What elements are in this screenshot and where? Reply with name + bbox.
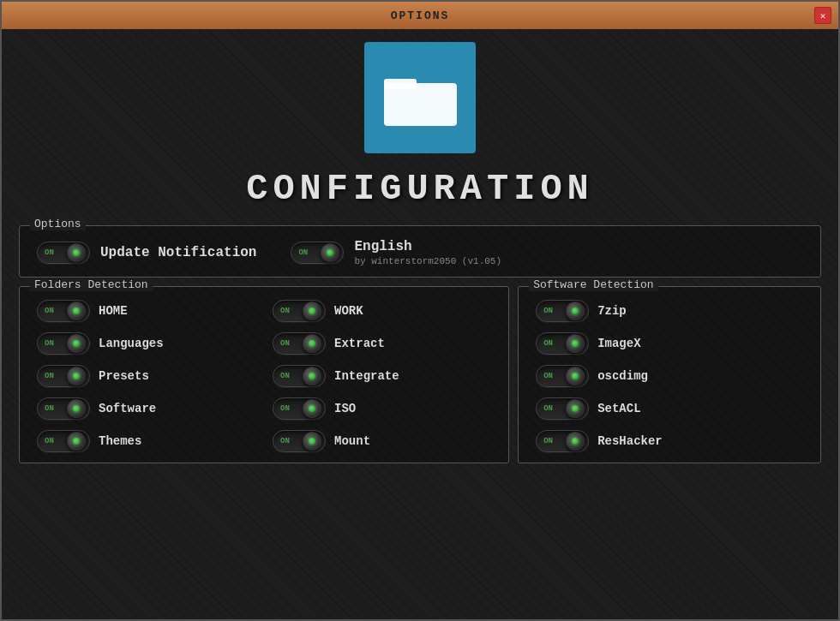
integrate-toggle[interactable]: ON — [273, 365, 326, 387]
mount-toggle[interactable]: ON — [273, 430, 326, 452]
language-toggle[interactable]: ON — [291, 242, 344, 264]
software-label: Software — [99, 402, 156, 415]
folders-grid: ON HOME ON WORK — [37, 300, 491, 452]
language-right: English by winterstorm2050 (v1.05) — [354, 239, 501, 266]
iso-label: ISO — [334, 402, 356, 415]
list-item: ON oscdimg — [536, 365, 803, 387]
main-window: OPTIONS ✕ CONFIGURATION Options ON — [0, 0, 840, 621]
language-label: English — [354, 239, 411, 254]
extract-toggle[interactable]: ON — [273, 332, 326, 355]
home-label: HOME — [99, 304, 128, 318]
toggle-on-label: ON — [45, 248, 54, 257]
list-item: ON ResHacker — [536, 430, 803, 452]
folders-section-label: Folders Detection — [30, 278, 153, 291]
presets-toggle[interactable]: ON — [37, 365, 90, 387]
list-item: ON ImageX — [536, 332, 803, 355]
list-item: ON HOME — [37, 300, 255, 322]
version-text: by winterstorm2050 (v1.05) — [354, 256, 501, 266]
options-section-label: Options — [30, 218, 86, 230]
mount-label: Mount — [334, 434, 370, 448]
integrate-label: Integrate — [334, 369, 399, 383]
software-toggle[interactable]: ON — [37, 397, 90, 420]
title-bar: OPTIONS ✕ — [2, 2, 838, 29]
setacl-toggle[interactable]: ON — [536, 397, 589, 420]
close-button[interactable]: ✕ — [814, 7, 831, 24]
imagex-label: ImageX — [597, 337, 640, 350]
list-item: ON Integrate — [273, 365, 491, 387]
oscdimg-toggle[interactable]: ON — [536, 365, 589, 387]
reshacker-toggle[interactable]: ON — [536, 430, 589, 452]
languages-label: Languages — [99, 337, 164, 350]
7zip-toggle[interactable]: ON — [536, 300, 589, 322]
reshacker-label: ResHacker — [597, 434, 663, 448]
list-item: ON Presets — [37, 365, 255, 387]
oscdimg-label: oscdimg — [597, 369, 648, 383]
work-label: WORK — [334, 304, 363, 318]
folder-icon — [384, 70, 457, 126]
toggle-on-label-2: ON — [298, 248, 308, 257]
themes-toggle[interactable]: ON — [37, 430, 90, 452]
list-item: ON Mount — [273, 430, 491, 452]
home-toggle[interactable]: ON — [37, 300, 90, 322]
7zip-label: 7zip — [597, 304, 627, 318]
list-item: ON WORK — [273, 300, 491, 322]
extract-label: Extract — [334, 337, 385, 350]
themes-label: Themes — [99, 434, 141, 448]
main-content: CONFIGURATION Options ON Update Notifica… — [2, 29, 838, 619]
update-notification-item: ON Update Notification — [37, 242, 256, 264]
list-item: ON SetACL — [536, 397, 803, 420]
toggle-knob — [67, 243, 86, 262]
config-title: CONFIGURATION — [246, 169, 594, 210]
software-section-label: Software Detection — [529, 278, 657, 291]
svg-rect-0 — [384, 83, 457, 126]
software-section: Software Detection ON 7zip ON — [518, 286, 821, 463]
bottom-sections: Folders Detection ON HOME ON — [19, 286, 821, 463]
options-section: Options ON Update Notification ON — [19, 225, 821, 278]
update-notification-toggle[interactable]: ON — [37, 242, 90, 264]
languages-toggle[interactable]: ON — [37, 332, 90, 355]
language-item: ON English by winterstorm2050 (v1.05) — [291, 239, 501, 266]
toggle-knob-2 — [321, 243, 339, 262]
iso-toggle[interactable]: ON — [273, 397, 326, 420]
sections-container: Options ON Update Notification ON — [19, 225, 821, 463]
folder-icon-container — [364, 42, 476, 153]
list-item: ON Languages — [37, 332, 255, 355]
software-grid: ON 7zip ON ImageX — [536, 300, 803, 452]
work-toggle[interactable]: ON — [273, 300, 326, 322]
list-item: ON Software — [37, 397, 255, 420]
options-row: ON Update Notification ON English — [37, 239, 803, 266]
list-item: ON Themes — [37, 430, 255, 452]
imagex-toggle[interactable]: ON — [536, 332, 589, 355]
window-title: OPTIONS — [391, 9, 450, 22]
svg-rect-1 — [384, 79, 417, 89]
list-item: ON Extract — [273, 332, 491, 355]
list-item: ON ISO — [273, 397, 491, 420]
list-item: ON 7zip — [536, 300, 803, 322]
update-notification-label: Update Notification — [100, 245, 256, 260]
setacl-label: SetACL — [597, 402, 640, 415]
folders-section: Folders Detection ON HOME ON — [19, 286, 509, 463]
presets-label: Presets — [99, 369, 149, 383]
